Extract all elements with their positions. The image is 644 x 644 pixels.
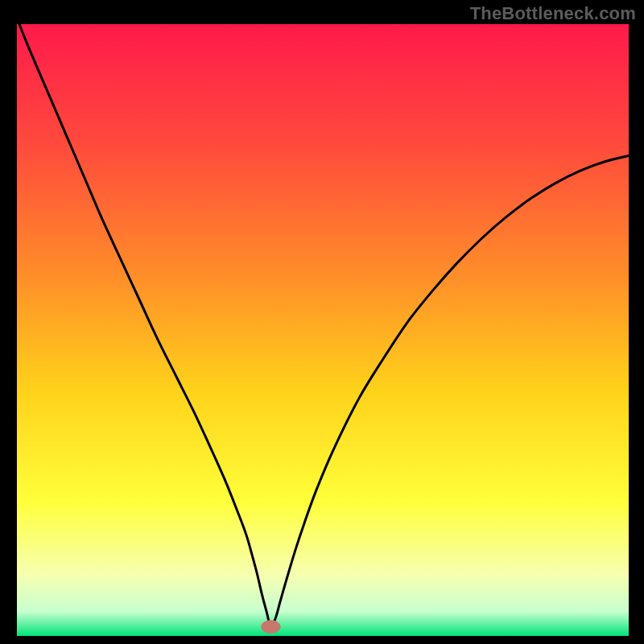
optimal-marker bbox=[261, 620, 280, 634]
chart-container: TheBottleneck.com bbox=[0, 0, 644, 644]
gradient-background bbox=[17, 24, 629, 636]
bottleneck-chart bbox=[17, 24, 629, 636]
plot-area bbox=[17, 24, 629, 636]
watermark-text: TheBottleneck.com bbox=[470, 3, 636, 24]
